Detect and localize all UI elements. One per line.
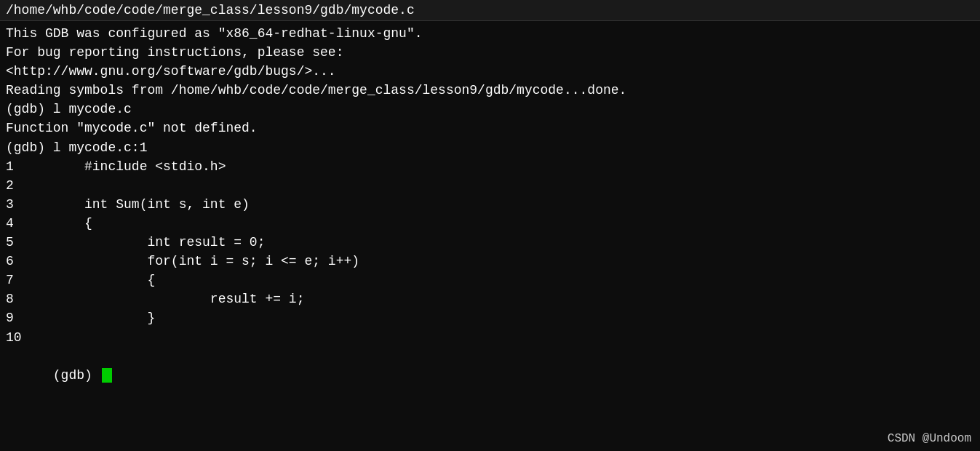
code-line-10: 10 (6, 328, 974, 347)
line-gdb-info1: This GDB was configured as "x86_64-redha… (6, 24, 974, 43)
code-line-6: 6 for(int i = s; i <= e; i++) (6, 252, 974, 271)
code-line-7: 7 { (6, 271, 974, 290)
code-line-9: 9 } (6, 308, 974, 327)
code-line-2: 2 (6, 176, 974, 195)
prompt-text: (gdb) (53, 368, 100, 383)
line-func-not-defined: Function "mycode.c" not defined. (6, 119, 974, 137)
code-line-5: 5 int result = 0; (6, 233, 974, 252)
watermark: CSDN @Undoom (888, 432, 971, 445)
title-bar: /home/whb/code/code/merge_class/lesson9/… (0, 0, 980, 21)
code-line-8: 8 result += i; (6, 290, 974, 308)
line-gdb-info4: Reading symbols from /home/whb/code/code… (6, 81, 974, 100)
line-prompt-active[interactable]: (gdb) (6, 347, 974, 404)
code-line-3: 3 int Sum(int s, int e) (6, 195, 974, 214)
line-gdb-info2: For bug reporting instructions, please s… (6, 43, 974, 62)
code-line-1: 1 #include <stdio.h> (6, 157, 974, 176)
line-cmd1: (gdb) l mycode.c (6, 100, 974, 119)
terminal-window: /home/whb/code/code/merge_class/lesson9/… (0, 0, 980, 451)
code-line-4: 4 { (6, 214, 974, 233)
window-title: /home/whb/code/code/merge_class/lesson9/… (6, 3, 415, 17)
terminal-body[interactable]: This GDB was configured as "x86_64-redha… (0, 21, 980, 451)
line-cmd2: (gdb) l mycode.c:1 (6, 138, 974, 157)
cursor-block (102, 368, 112, 383)
line-gdb-info3: <http://www.gnu.org/software/gdb/bugs/>.… (6, 62, 974, 81)
